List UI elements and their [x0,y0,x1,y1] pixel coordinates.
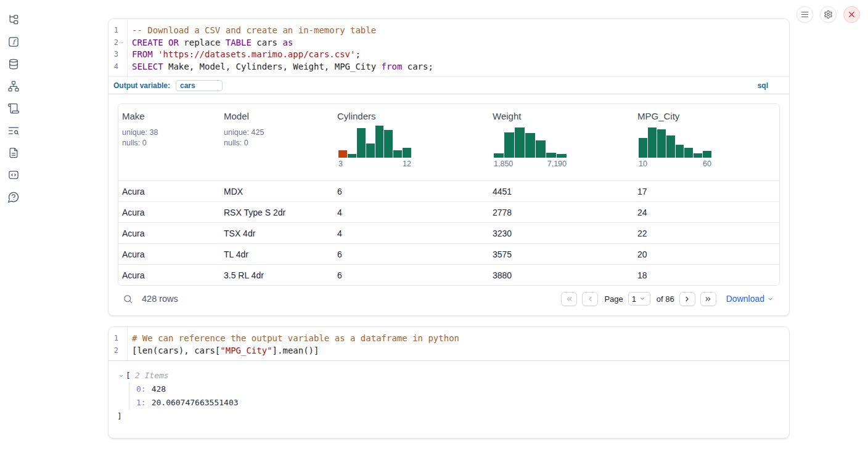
table-cell: 2778 [489,208,634,217]
sql-cell: 1-- Download a CSV and create an in-memo… [108,18,790,316]
sql-code-editor[interactable]: 1-- Download a CSV and create an in-memo… [108,19,789,76]
code-line: 2[len(cars), cars["MPG_City"].mean()] [108,345,789,357]
database-icon[interactable] [7,58,20,70]
gutter-divider [127,327,128,360]
column-header-make[interactable]: Makeunique: 38nulls: 0 [118,104,220,180]
output-variable-input[interactable] [176,80,223,91]
output-variable-label: Output variable: [113,81,170,90]
download-button[interactable]: Download [726,294,774,304]
python-cell: 1# We can reference the output variable … [108,326,790,439]
histogram-bar [694,153,702,158]
table-body: AcuraMDX6445117AcuraRSX Type S 2dr427782… [118,180,779,285]
histogram-bar [639,138,647,158]
file-tree-icon[interactable] [7,14,20,26]
chevrons-left-icon [565,295,573,303]
chevron-down-icon [767,296,774,302]
histogram-bar [494,153,504,158]
column-title: Model [224,111,331,121]
code-token: FROM [132,49,153,59]
line-gutter: 4 [108,61,127,73]
code-token: -- Download a CSV and create an in-memor… [132,25,376,35]
table-cell: 6 [334,187,489,196]
table-cell: MDX [220,187,334,196]
column-header-weight[interactable]: Weight1,8507,190 [489,104,634,180]
table-cell: Acura [118,229,220,238]
settings-button[interactable] [820,6,837,23]
table-cell: TL 4dr [220,249,334,259]
shutdown-button[interactable] [843,6,860,23]
table-row: AcuraMDX6445117 [118,180,779,201]
histogram-bar [536,140,546,158]
scratchpad-icon[interactable] [7,102,20,115]
previous-page-button[interactable] [582,292,598,306]
topbar [796,6,860,23]
chevron-right-icon [683,295,691,303]
column-title: Cylinders [337,111,486,121]
histogram-axis-labels: 1060 [639,160,711,168]
next-page-button[interactable] [679,292,695,306]
tree-entry-key: 0: [136,382,146,396]
menu-button[interactable] [796,6,813,23]
code-text: # We can reference the output variable a… [127,333,459,345]
dependency-graph-icon[interactable] [7,80,20,92]
gutter-divider [127,19,128,76]
search-icon[interactable] [123,294,133,304]
code-token: "MPG_City" [220,346,272,355]
code-token: Make, Model, Cylinders, Weight, MPG_City [163,62,382,71]
tree-open-bracket: [ [126,369,131,382]
help-icon[interactable] [7,191,20,203]
code-line: 4SELECT Make, Model, Cylinders, Weight, … [108,61,789,73]
tree-close-bracket: ] [117,410,122,423]
download-label: Download [726,294,764,304]
tree-close: ] [118,410,789,423]
column-header-mpg_city[interactable]: MPG_City1060 [634,104,779,180]
table-cell: 22 [634,229,779,238]
snippets-icon[interactable] [7,169,20,181]
page-select[interactable]: 1 [628,292,650,305]
variables-icon[interactable]: f [7,36,20,48]
python-code-editor[interactable]: 1# We can reference the output variable … [108,327,789,361]
histogram-bar [515,127,525,158]
sidebar: f [0,0,27,449]
documentation-icon[interactable] [7,147,20,159]
line-gutter: 2 [108,37,127,49]
result-table: Makeunique: 38nulls: 0Modelunique: 425nu… [118,103,780,286]
histogram-min-label: 3 [338,160,343,168]
table-cell: Acura [118,208,220,217]
column-stats: unique: 425nulls: 0 [224,127,331,148]
line-number: 1 [108,333,118,345]
column-header-model[interactable]: Modelunique: 425nulls: 0 [220,104,334,180]
code-line: 3FROM 'https://datasets.marimo.app/cars.… [108,49,789,61]
last-page-button[interactable] [700,292,716,306]
menu-icon [800,10,809,19]
line-gutter: 1 [108,25,127,37]
histogram-bar [648,127,657,158]
tree-entry-value: 20.060747663551403 [152,396,239,410]
column-title: Weight [493,111,631,121]
table-footer: 428 rows Page 1 of 86 [118,287,780,310]
logs-icon[interactable] [7,124,20,137]
histogram-bar [657,129,666,158]
column-stats: unique: 38nulls: 0 [122,127,218,148]
table-cell: 6 [334,249,489,259]
code-token [153,49,158,59]
tree-root: [ 2 Items [118,369,789,382]
column-title: Make [122,111,218,121]
line-number: 2 [108,37,118,49]
histogram-bar [384,130,393,158]
histogram-min-label: 10 [639,160,647,168]
column-header-cylinders[interactable]: Cylinders312 [334,104,489,180]
svg-text:f: f [12,38,17,46]
fold-icon[interactable] [118,40,126,45]
code-line: 1-- Download a CSV and create an in-memo… [108,25,789,37]
code-token: cars [252,38,283,47]
histogram-bars [494,126,567,158]
table-row: AcuraTL 4dr6357520 [118,243,779,264]
table-cell: 3230 [489,229,634,238]
code-token: 'https://datasets.marimo.app/cars.csv' [158,49,355,59]
first-page-button[interactable] [561,292,577,306]
table-row: Acura3.5 RL 4dr6388018 [118,264,779,285]
code-text: [len(cars), cars["MPG_City"].mean()] [127,345,319,357]
histogram-bar [393,150,402,158]
collapse-icon[interactable] [118,373,126,379]
